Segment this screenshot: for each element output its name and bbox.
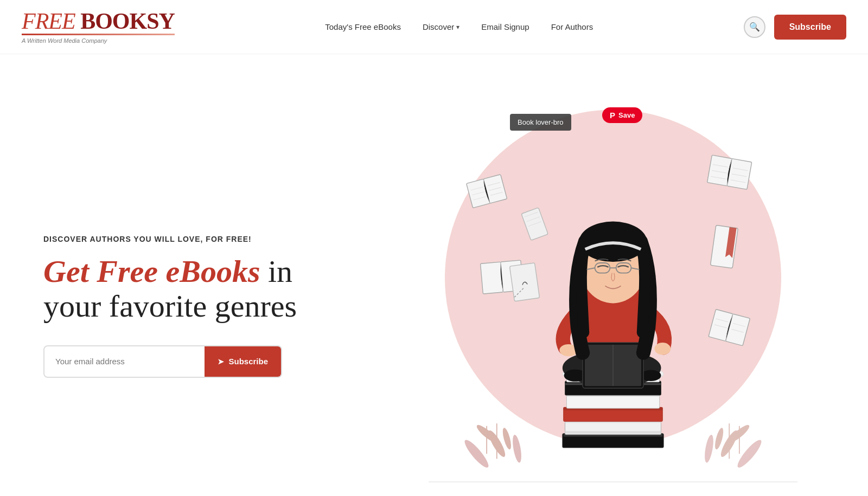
search-icon: 🔍 xyxy=(749,22,760,32)
hero-right: P Save Book lover-bro xyxy=(401,87,825,482)
leaves-left xyxy=(462,423,523,469)
image-tooltip: Book lover-bro xyxy=(510,114,571,131)
nav-todays-ebooks[interactable]: Today's Free eBooks xyxy=(325,22,401,31)
nav-for-authors[interactable]: For Authors xyxy=(551,22,593,31)
form-subscribe-button[interactable]: ➤ Subscribe xyxy=(205,346,281,377)
hero-subtitle: DISCOVER AUTHORS YOU WILL LOVE, FOR FREE… xyxy=(43,235,326,243)
svg-rect-18 xyxy=(565,431,661,434)
discover-dropdown-icon: ▾ xyxy=(456,23,459,31)
search-button[interactable]: 🔍 xyxy=(744,16,765,38)
hero-title-red: Get Free eBooks xyxy=(43,254,260,289)
logo-booksy: BOOKSY xyxy=(80,9,175,34)
hero-illustration xyxy=(423,100,803,469)
header-subscribe-button[interactable]: Subscribe xyxy=(774,15,846,40)
main-nav: Today's Free eBooks Discover ▾ Email Sig… xyxy=(325,22,593,31)
logo-tagline: A Written Word Media Company xyxy=(22,37,107,44)
leaves-right xyxy=(703,423,764,469)
logo-free: FREE xyxy=(22,9,75,34)
pinterest-icon: P xyxy=(610,111,615,120)
bottom-divider xyxy=(429,481,797,482)
svg-rect-63 xyxy=(481,262,503,294)
header: FREE BOOKSY A Written Word Media Company… xyxy=(0,0,868,54)
nav-discover[interactable]: Discover ▾ xyxy=(423,22,459,31)
nav-actions: 🔍 Subscribe xyxy=(744,15,846,40)
email-input[interactable] xyxy=(44,357,205,366)
hero-section: DISCOVER AUTHORS YOU WILL LOVE, FOR FREE… xyxy=(0,54,868,496)
nav-email-signup[interactable]: Email Signup xyxy=(481,22,529,31)
pinterest-save-button[interactable]: P Save xyxy=(602,107,642,123)
hero-title: Get Free eBooks in your favorite genres xyxy=(43,254,326,324)
svg-point-39 xyxy=(654,343,671,355)
logo[interactable]: FREE BOOKSY A Written Word Media Company xyxy=(22,10,175,44)
svg-point-4 xyxy=(511,434,523,463)
svg-point-11 xyxy=(703,434,715,463)
hero-left: DISCOVER AUTHORS YOU WILL LOVE, FOR FREE… xyxy=(43,191,326,378)
logo-underline xyxy=(22,34,175,35)
email-form: ➤ Subscribe xyxy=(43,345,282,378)
send-icon: ➤ xyxy=(218,357,224,366)
